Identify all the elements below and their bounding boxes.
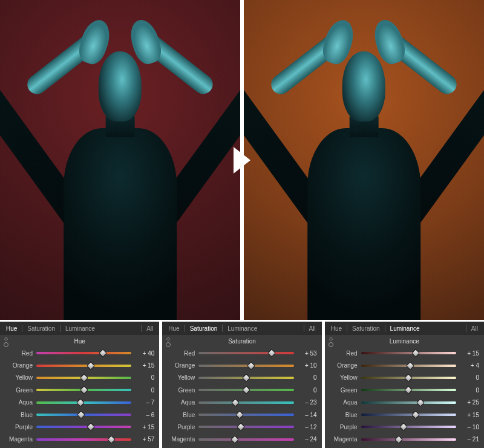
slider-row-orange: Orange+ 15 [4, 360, 154, 371]
slider-value[interactable]: 0 [135, 374, 154, 381]
slider-thumb[interactable] [242, 374, 250, 382]
slider-thumb[interactable] [99, 349, 107, 357]
slider-value[interactable]: – 10 [460, 424, 479, 430]
slider-green[interactable] [198, 387, 293, 393]
slider-value[interactable]: + 25 [460, 399, 479, 406]
slider-label: Green [166, 387, 195, 394]
slider-purple[interactable] [36, 424, 131, 430]
tab-all[interactable]: All [307, 325, 318, 332]
slider-purple[interactable] [198, 424, 293, 430]
tab-luminance[interactable]: Luminance [388, 325, 422, 332]
slider-row-yellow: Yellow0 [329, 372, 479, 383]
slider-thumb[interactable] [404, 386, 413, 394]
slider-aqua[interactable] [36, 400, 131, 406]
slider-value[interactable]: – 12 [298, 424, 317, 430]
slider-value[interactable]: + 15 [135, 424, 154, 430]
slider-value[interactable]: – 21 [460, 436, 479, 443]
slider-magenta[interactable] [198, 437, 293, 443]
slider-magenta[interactable] [361, 437, 456, 443]
slider-value[interactable]: – 14 [298, 412, 317, 418]
slider-thumb[interactable] [231, 435, 239, 444]
slider-thumb[interactable] [80, 386, 88, 394]
slider-thumb[interactable] [399, 423, 408, 431]
tab-luminance[interactable]: Luminance [225, 325, 260, 332]
slider-yellow[interactable] [36, 375, 131, 381]
slider-blue[interactable] [361, 412, 456, 418]
slider-track [361, 426, 456, 428]
slider-thumb[interactable] [87, 361, 95, 369]
tab-hue[interactable]: Hue [329, 325, 344, 332]
slider-label: Aqua [4, 399, 33, 406]
slider-thumb[interactable] [80, 374, 88, 382]
slider-track [361, 438, 456, 441]
tab-saturation[interactable]: Saturation [25, 325, 57, 332]
tab-divider [22, 325, 22, 332]
tab-luminance[interactable]: Luminance [63, 325, 97, 332]
slider-green[interactable] [361, 387, 456, 393]
tab-hue[interactable]: Hue [4, 325, 19, 332]
tab-saturation[interactable]: Saturation [350, 325, 382, 332]
slider-blue[interactable] [198, 412, 293, 418]
slider-row-purple: Purple+ 15 [4, 421, 154, 432]
slider-value[interactable]: – 23 [298, 399, 317, 406]
slider-thumb[interactable] [77, 411, 85, 419]
slider-thumb[interactable] [242, 386, 250, 394]
slider-thumb[interactable] [411, 349, 420, 357]
slider-row-yellow: Yellow0 [4, 372, 154, 383]
slider-magenta[interactable] [36, 437, 131, 443]
slider-thumb[interactable] [235, 411, 244, 419]
slider-thumb[interactable] [394, 435, 403, 444]
slider-value[interactable]: 0 [460, 387, 479, 394]
slider-value[interactable]: – 24 [298, 436, 317, 443]
slider-thumb[interactable] [231, 398, 240, 407]
slider-red[interactable] [361, 350, 456, 356]
slider-orange[interactable] [198, 363, 293, 369]
slider-value[interactable]: + 53 [298, 350, 317, 357]
slider-orange[interactable] [361, 363, 456, 369]
slider-value[interactable]: + 57 [135, 436, 154, 443]
slider-thumb[interactable] [411, 411, 420, 419]
slider-value[interactable]: 0 [298, 374, 317, 381]
slider-value[interactable]: – 6 [135, 412, 154, 418]
slider-thumb[interactable] [247, 361, 255, 369]
slider-yellow[interactable] [361, 375, 456, 381]
slider-value[interactable]: + 15 [460, 350, 479, 357]
slider-track [198, 426, 293, 428]
slider-value[interactable]: + 15 [135, 362, 154, 369]
slider-aqua[interactable] [198, 400, 293, 406]
slider-thumb[interactable] [87, 423, 95, 431]
slider-yellow[interactable] [198, 375, 293, 381]
targeted-adjustment-icon[interactable]: ◇ [166, 336, 171, 347]
slider-value[interactable]: + 40 [135, 350, 154, 357]
slider-thumb[interactable] [236, 423, 244, 431]
slider-thumb[interactable] [404, 374, 413, 382]
slider-thumb[interactable] [406, 361, 414, 369]
slider-value[interactable]: 0 [298, 387, 317, 394]
tab-divider [466, 325, 466, 332]
targeted-adjustment-icon[interactable]: ◇ [329, 336, 333, 347]
tab-saturation[interactable]: Saturation [188, 325, 220, 332]
slider-green[interactable] [36, 387, 131, 393]
slider-aqua[interactable] [361, 400, 456, 406]
slider-value[interactable]: – 7 [135, 399, 154, 406]
slider-label: Yellow [166, 374, 195, 381]
slider-value[interactable]: + 4 [460, 362, 479, 369]
slider-red[interactable] [198, 350, 293, 356]
slider-value[interactable]: 0 [460, 374, 479, 381]
slider-blue[interactable] [36, 412, 131, 418]
slider-value[interactable]: + 10 [298, 362, 317, 369]
tab-hue[interactable]: Hue [166, 325, 182, 332]
slider-purple[interactable] [361, 424, 456, 430]
slider-orange[interactable] [36, 363, 131, 369]
slider-row-green: Green0 [166, 385, 316, 395]
tab-all[interactable]: All [144, 325, 155, 332]
tab-all[interactable]: All [469, 325, 480, 332]
slider-thumb[interactable] [267, 349, 276, 357]
slider-thumb[interactable] [76, 398, 85, 407]
targeted-adjustment-icon[interactable]: ◇ [4, 336, 8, 347]
slider-value[interactable]: 0 [135, 387, 154, 394]
slider-red[interactable] [36, 350, 131, 356]
slider-thumb[interactable] [106, 435, 115, 444]
slider-value[interactable]: + 15 [460, 412, 479, 418]
slider-thumb[interactable] [416, 398, 425, 407]
